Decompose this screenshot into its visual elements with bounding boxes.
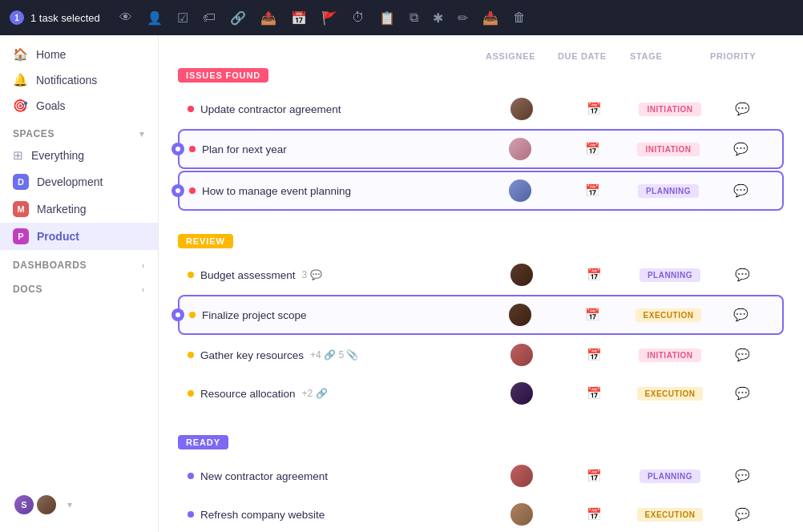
col-task [188, 51, 486, 61]
assignee-cell [486, 98, 558, 120]
task-row[interactable]: How to manage event planning 📅 PLANNING … [178, 171, 784, 211]
sidebar-item-development[interactable]: D Development [0, 168, 158, 195]
task-label: Refresh company website [200, 509, 325, 521]
assignee-cell [486, 465, 558, 487]
avatar [509, 138, 531, 160]
task-name: Plan for next year [189, 143, 484, 155]
task-row[interactable]: Resource allocation +2 🔗 📅 EXECUTION 💬 [178, 375, 784, 412]
task-extra: 3 💬 [302, 269, 322, 280]
task-row[interactable]: Budget assessment 3 💬 📅 PLANNING 💬 [178, 256, 784, 293]
task-row[interactable]: Gather key resources +4 🔗 5 📎 📅 INITIATI… [178, 337, 784, 373]
task-label: Budget assessment [200, 269, 296, 281]
priority-cell[interactable]: 💬 [708, 308, 773, 322]
eye-icon[interactable]: 👁 [119, 10, 132, 25]
assign-icon[interactable]: 👤 [147, 10, 163, 26]
task-name: Refresh company website [188, 509, 486, 521]
inbox-icon[interactable]: 📥 [482, 10, 498, 26]
task-dot [188, 473, 194, 479]
priority-cell[interactable]: 💬 [710, 348, 774, 362]
section-issues: ISSUES FOUND Update contractor agreement… [178, 67, 784, 211]
priority-cell[interactable]: 💬 [710, 386, 774, 401]
stage-badge: PLANNING [640, 268, 700, 282]
priority-cell[interactable]: 💬 [710, 469, 774, 483]
col-due-date: Due Date [558, 51, 630, 61]
date-cell[interactable]: 📅 [556, 308, 628, 322]
docs-label: Docs [13, 284, 42, 295]
stage-badge: PLANNING [640, 470, 700, 483]
docs-header[interactable]: Docs › [0, 274, 158, 298]
tag-icon[interactable]: 🏷 [203, 10, 216, 25]
flag-icon[interactable]: 🚩 [321, 10, 337, 26]
date-cell[interactable]: 📅 [558, 469, 630, 483]
task-row[interactable]: Finalize project scope 📅 EXECUTION 💬 [178, 295, 784, 335]
date-cell[interactable]: 📅 [558, 507, 630, 522]
time-icon[interactable]: ⏱ [352, 10, 365, 25]
content-area: Assignee Due Date Stage Priority ISSUES … [159, 35, 803, 532]
dashboards-header[interactable]: Dashboards › [0, 250, 158, 274]
sidebar: 🏠 Home 🔔 Notifications 🎯 Goals Spaces ▾ … [0, 35, 159, 532]
toolbar: 1 1 task selected 👁 👤 ☑ 🏷 🔗 📤 📅 🚩 ⏱ 📋 ⧉ … [0, 0, 803, 35]
assignee-cell [484, 138, 556, 160]
priority-cell[interactable]: 💬 [708, 142, 773, 156]
dashboards-chevron[interactable]: › [142, 260, 145, 270]
sidebar-item-marketing[interactable]: M Marketing [0, 195, 158, 223]
selection-label: 1 task selected [30, 12, 100, 24]
avatar [509, 179, 531, 202]
col-assignee: Assignee [486, 51, 558, 61]
task-row[interactable]: Update contractor agreement 📅 INITIATION… [178, 91, 784, 127]
issues-badge: ISSUES FOUND [178, 68, 268, 83]
link-icon[interactable]: 🔗 [230, 10, 246, 26]
date-cell[interactable]: 📅 [558, 268, 630, 282]
sidebar-item-product[interactable]: P Product [0, 223, 158, 250]
sidebar-user[interactable]: S ▾ [0, 484, 158, 526]
task-name: Budget assessment 3 💬 [188, 269, 486, 281]
sidebar-home-label: Home [36, 48, 66, 61]
duplicate-icon[interactable]: ⧉ [410, 10, 418, 25]
user-chevron[interactable]: ▾ [67, 499, 72, 510]
priority-cell[interactable]: 💬 [708, 183, 773, 198]
avatar [510, 382, 533, 405]
task-row[interactable]: Plan for next year 📅 INITIATION 💬 [178, 129, 784, 169]
sidebar-item-everything[interactable]: ⊞ Everything [0, 143, 158, 168]
date-cell[interactable]: 📅 [556, 142, 628, 156]
main-layout: 🏠 Home 🔔 Notifications 🎯 Goals Spaces ▾ … [0, 35, 803, 532]
asterisk-icon[interactable]: ✱ [433, 10, 443, 26]
task-row[interactable]: New contractor agreement 📅 PLANNING 💬 [178, 457, 784, 494]
task-extra: +2 🔗 [302, 388, 328, 399]
sidebar-goals-label: Goals [36, 99, 66, 112]
checklist-icon[interactable]: ☑ [177, 10, 188, 26]
stage-cell: EXECUTION [628, 308, 708, 322]
sidebar-item-home[interactable]: 🏠 Home [0, 42, 158, 67]
sidebar-marketing-label: Marketing [37, 203, 86, 216]
section-ready: READY New contractor agreement 📅 PLANNIN… [178, 434, 784, 532]
stage-cell: INITIATION [630, 103, 710, 116]
date-cell[interactable]: 📅 [558, 102, 630, 116]
delete-icon[interactable]: 🗑 [513, 10, 526, 25]
priority-cell[interactable]: 💬 [710, 102, 774, 116]
date-cell[interactable]: 📅 [558, 348, 630, 362]
priority-cell[interactable]: 💬 [710, 507, 774, 522]
sidebar-item-goals[interactable]: 🎯 Goals [0, 93, 158, 119]
date-cell[interactable]: 📅 [558, 386, 630, 401]
avatar [510, 465, 533, 487]
task-row[interactable]: Refresh company website 📅 EXECUTION 💬 [178, 496, 784, 532]
task-extra: +4 🔗 5 📎 [310, 349, 358, 361]
spaces-chevron[interactable]: ▾ [139, 129, 145, 139]
calendar-icon[interactable]: 📅 [291, 10, 307, 26]
date-cell[interactable]: 📅 [556, 183, 628, 198]
col-priority: Priority [710, 51, 774, 61]
stage-badge: EXECUTION [637, 508, 704, 522]
copy-icon[interactable]: 📋 [379, 10, 395, 26]
edit-icon[interactable]: ✏ [458, 10, 468, 26]
selection-count: 1 [10, 10, 24, 25]
task-label: Gather key resources [200, 349, 304, 361]
selector-dot [171, 308, 184, 321]
stage-badge: EXECUTION [636, 308, 702, 322]
priority-cell[interactable]: 💬 [710, 268, 774, 282]
assignee-cell [486, 382, 558, 405]
task-name: Finalize project scope [189, 309, 484, 321]
docs-chevron[interactable]: › [142, 284, 145, 294]
sidebar-item-notifications[interactable]: 🔔 Notifications [0, 67, 158, 93]
task-label: Finalize project scope [202, 309, 307, 321]
move-icon[interactable]: 📤 [260, 10, 276, 26]
